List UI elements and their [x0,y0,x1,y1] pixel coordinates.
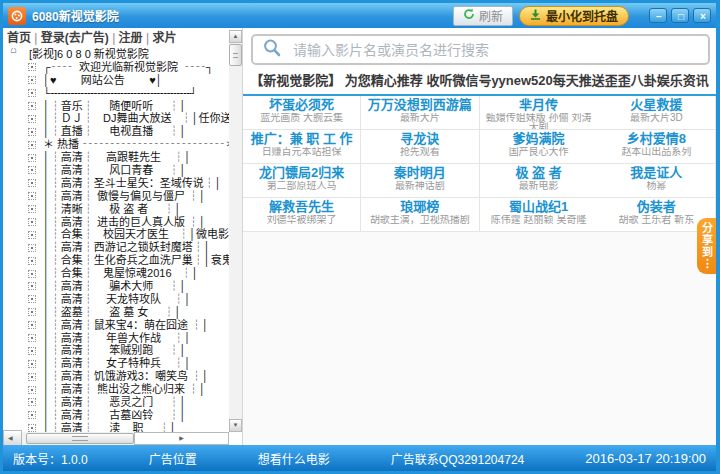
vertical-scrollbar[interactable]: ▲ ▼ [229,30,242,432]
horizontal-scrollbar[interactable]: ◀ ▶ [3,432,229,445]
movie-card[interactable]: 蜀山战纪1 陈伟霆 赵丽颖 吴奇隆 [480,198,598,232]
movie-card[interactable]: 解救吾先生 刘德华被绑架了 [243,198,361,232]
movie-title[interactable]: 火星救援 [598,97,715,113]
movie-subtitle: 杨幂 [598,181,715,191]
nav-link[interactable]: 首页 [7,31,31,45]
nav-link[interactable]: 注册 [109,31,143,45]
tree-row[interactable]: │┆合集┆生化奇兵之血洗尸巢┆│ 衰鬼 [7,254,229,267]
tree-row[interactable]: │┆合集┆ 鬼屋惊魂2016 ┆│ [7,267,229,280]
movie-title[interactable]: 解救吾先生 [243,199,360,215]
tree-row[interactable]: │┆高清┆ 进击的巨人真人版 ┆│ [7,216,229,229]
movie-title[interactable]: 秦时明月 [361,165,478,181]
tree-row[interactable]: │┆清晰┆ 极 盗 者 ┆│ [7,203,229,216]
tree-row[interactable]: │┆高清┆饥饿游戏3：嘲笑鸟 ┆│ [7,370,229,383]
movie-card[interactable]: 推广：兼 职 工 作 日赚百元本站担保 [243,130,361,164]
tree-row[interactable]: [影视]6 0 8 0 新视觉影院 [7,48,229,61]
movie-card[interactable]: 秦时明月 最新神话剧 [361,164,479,198]
movie-card[interactable]: 极 盗 者 最新电影 [480,164,598,198]
refresh-button[interactable]: 刷新 [453,6,513,26]
movie-title[interactable]: 爹妈满院 [480,131,598,147]
tree-row[interactable]: │┆高清┆ 古墓凶铃 ┆│ [7,409,229,422]
movie-title[interactable]: 我是证人 [598,165,715,181]
ad-slot-link[interactable]: 广告位置 [149,450,197,467]
minimize-to-tray-button[interactable]: 最小化到托盘 [519,6,629,26]
movie-title[interactable]: 蜀山战纪1 [480,199,598,215]
tree-row[interactable]: │┆高清┆圣斗士星矢：圣域传说┆│ [7,177,229,190]
tree-row[interactable]: ┌╌╌ 欢迎光临新视觉影院 ╌╌┐ [7,61,229,74]
tree-row-label: │┆高清┆ 女子特种兵 ┆│ [43,357,191,370]
search-input[interactable] [291,41,699,59]
movie-card[interactable]: 万万没想到西游篇 最新大片 [361,96,479,130]
movie-title[interactable]: 极 盗 者 [480,165,598,181]
scroll-down-icon[interactable]: ▼ [229,419,242,432]
tree-row[interactable]: │┆高清┆ 骗术大师 ┆│ [7,280,229,293]
tree-bullet-icon [28,386,36,394]
movie-card[interactable]: 乡村爱情8 赵本山出品系列 [598,130,716,164]
vertical-scroll-thumb[interactable] [229,44,242,66]
tree-row[interactable]: │♥ 网站公告 ♥│ [7,74,229,87]
tree-row[interactable]: └╌╌╌╌╌╌╌╌╌╌╌╌╌╌╌╌╌╌╌╌╌┘ [7,87,229,100]
tree-row[interactable]: │┆高清┆ 高跟鞋先生 ┆│ [7,151,229,164]
ad-contact-link[interactable]: 广告联系QQ3291204724 [391,450,524,467]
tree-bullet-icon [28,295,36,303]
tree-row[interactable]: │┆高清┆ 恶灵之门 ┆│ [7,396,229,409]
search-icon [262,38,282,62]
nav-link[interactable]: 登录(去广告) [31,31,109,45]
tree-row[interactable]: │┆高清┆西游记之锁妖封魔塔┆│ [7,241,229,254]
tree-row-label: │┆盗墓┆ 盗 墓 女 ┆│ [43,306,181,319]
movie-card[interactable]: 我是证人 杨幂 [598,164,716,198]
movie-title[interactable]: 乡村爱情8 [598,131,715,147]
scroll-right-icon[interactable]: ▶ [134,432,229,445]
tree-row[interactable]: │┆ＤＪ┆ DJ舞曲大放送 ┆│ 任你送 [7,112,229,125]
maximize-button[interactable]: □ [671,8,689,23]
tree-row[interactable]: │┆高清┆ 天龙特攻队 ┆│ [7,293,229,306]
tree-row[interactable]: │┆高清┆ 傲慢与偏见与僵尸 ┆│ [7,190,229,203]
tree-row[interactable]: │┆盗墓┆ 盗 墓 女 ┆│ [7,306,229,319]
movie-title[interactable]: 推广：兼 职 工 作 [243,131,360,147]
tree-row-label: │┆高清┆圣斗士星矢：圣域传说┆│ [43,177,222,190]
tree-row-label: │♥ 网站公告 ♥│ [43,74,163,87]
tree-row[interactable]: │┆高清┆ 熊出没之熊心归来 ┆│ [7,383,229,396]
share-tab[interactable]: 分享到⋯ [697,218,716,274]
close-button[interactable]: × [693,8,711,23]
movie-subtitle: 陈伟霆 赵丽颖 吴奇隆 [480,215,598,225]
tree-row[interactable]: │┆音乐┆ 随便听听 ┆│ [7,100,229,113]
tree-bullet-icon [28,76,36,84]
movie-card[interactable]: 琅琊榜 胡歌主演，卫视热播剧 [361,198,479,232]
tree-row[interactable]: │┆高清┆ 女子特种兵 ┆│ [7,357,229,370]
movie-title[interactable]: 坏蛋必须死 [243,97,360,113]
tree-row[interactable]: │┆高清┆ 风口青春 ┆│ [7,164,229,177]
tree-row-label: │┆音乐┆ 随便听听 ┆│ [43,100,186,113]
movie-card[interactable]: 龙门镖局2归来 第二部原班人马 [243,164,361,198]
horizontal-scroll-thumb[interactable] [26,433,134,444]
tree-row-label: │┆高清┆ 高跟鞋先生 ┆│ [43,151,191,164]
title-bar: 6080新视觉影院 刷新 最小化到托盘 – □ × [3,3,716,28]
search-box[interactable] [251,34,710,65]
tree-bullet-icon [28,218,36,226]
movie-title[interactable]: 万万没想到西游篇 [361,97,478,113]
tree-bullet-icon [28,373,36,381]
movie-title[interactable]: 龙门镖局2归来 [243,165,360,181]
movie-card[interactable]: 芈月传 甄嬛传姐妹版 孙俪 刘涛大剧 [480,96,598,130]
tree-row[interactable]: │┆高清┆ 笨贼别跑 ┆│ [7,344,229,357]
tree-row[interactable]: ＊ 热播 ╌╌╌╌╌╌╌╌╌╌╌╌╌＊ │ [7,138,229,151]
movie-card[interactable]: 坏蛋必须死 蓝光画质 大腕云集 [243,96,361,130]
tree-row[interactable]: │┆高清┆ 年兽大作战 ┆│ [7,332,229,345]
tree-row-label: ┌╌╌ 欢迎光临新视觉影院 ╌╌┐ [43,61,214,74]
scroll-up-icon[interactable]: ▲ [229,30,242,43]
nav-link[interactable]: 求片 [143,31,177,45]
movie-subtitle: 抢先观看 [361,147,478,157]
minimize-button[interactable]: – [649,8,667,23]
tree-row[interactable]: │┆合集┆ 校园天才医生 ┆│ 微电影 [7,228,229,241]
movie-card[interactable]: 火星救援 最新大片3D [598,96,716,130]
movie-title[interactable]: 寻龙诀 [361,131,478,147]
movie-request-link[interactable]: 想看什么电影 [258,450,330,467]
movie-card[interactable]: 爹妈满院 国产良心大作 [480,130,598,164]
tree-row[interactable]: │┆直播┆ 电视直播 ┆│ [7,125,229,138]
tree-row[interactable]: │┆高清┆鼠来宝4：萌在囧途 ┆│ [7,319,229,332]
movie-title[interactable]: 琅琊榜 [361,199,478,215]
movie-title[interactable]: 伪装者 [598,199,715,215]
movie-card[interactable]: 寻龙诀 抢先观看 [361,130,479,164]
scroll-left-icon[interactable]: ◀ [3,430,22,445]
movie-title[interactable]: 芈月传 [480,97,598,113]
